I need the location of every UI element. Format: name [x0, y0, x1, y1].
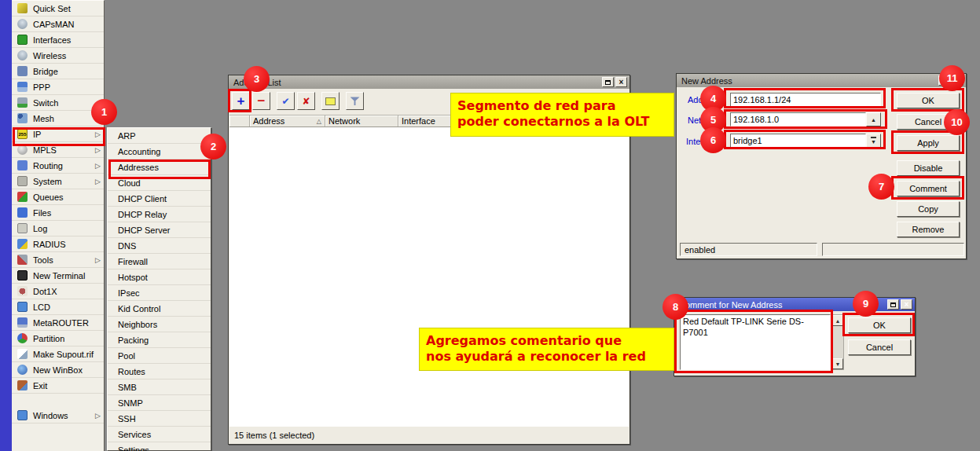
submenu-item-label: Packing [118, 336, 149, 345]
submenu-item-firewall[interactable]: Firewall [108, 254, 211, 270]
submenu-item-dhcp-server[interactable]: DHCP Server [108, 222, 211, 238]
submenu-item-packing[interactable]: Packing [108, 332, 211, 348]
submenu-item-label: DNS [118, 241, 136, 251]
copy-button[interactable]: Copy [897, 201, 960, 217]
ip-icon: 255 [17, 129, 28, 139]
address-list-toolbar: +−✔✘ [232, 92, 366, 111]
submenu-item-ssh[interactable]: SSH [108, 411, 211, 427]
sidebar-item-partition[interactable]: Partition [12, 331, 104, 346]
network-spinner-up[interactable]: ▲ [866, 112, 881, 126]
submenu-item-snmp[interactable]: SNMP [108, 395, 211, 411]
comment-textarea[interactable]: Red Default TP-LINK Serie DS-P7001 [680, 314, 831, 370]
comment-button[interactable] [321, 92, 340, 110]
sidebar-item-routing[interactable]: Routing▷ [12, 158, 104, 174]
submenu-item-pool[interactable]: Pool [108, 348, 211, 364]
remove-button[interactable]: − [252, 92, 270, 110]
sidebar-item-new-terminal[interactable]: New Terminal [12, 268, 104, 284]
sidebar-item-system[interactable]: System▷ [12, 174, 104, 189]
submenu-item-dhcp-relay[interactable]: DHCP Relay [108, 207, 211, 222]
partition-icon [17, 333, 28, 343]
new-address-window: New Address × Address: 192.168.1.1/24 Ne… [676, 73, 967, 259]
sidebar-item-queues[interactable]: Queues [12, 189, 104, 205]
interface-dropdown[interactable]: bridge1 [730, 134, 866, 148]
submenu-item-neighbors[interactable]: Neighbors [108, 317, 211, 332]
disable-button[interactable]: ✘ [297, 92, 315, 110]
address-field[interactable]: 192.168.1.1/24 [730, 93, 881, 107]
maximize-icon[interactable] [938, 75, 950, 86]
comment-scrollbar[interactable]: ▲ ▼ [831, 314, 844, 370]
comment-button[interactable]: Comment [897, 181, 960, 196]
submenu-item-kid-control[interactable]: Kid Control [108, 301, 211, 317]
sidebar-item-mpls[interactable]: MPLS▷ [12, 142, 104, 158]
main-menu: Quick SetCAPsMANInterfacesWirelessBridge… [12, 0, 105, 451]
comment-ok-button[interactable]: OK [848, 317, 911, 333]
submenu-item-addresses[interactable]: Addresses [108, 160, 211, 175]
comment-dialog-titlebar[interactable]: Comment for New Address × [674, 298, 915, 311]
address-list-body[interactable] [229, 127, 629, 427]
new-address-titlebar[interactable]: New Address × [677, 74, 966, 87]
sidebar-item-label: Wireless [33, 51, 66, 60]
mesh-icon [17, 113, 28, 123]
sidebar-item-log[interactable]: Log [12, 221, 104, 236]
apply-button[interactable]: Apply [897, 135, 960, 151]
sidebar-item-files[interactable]: Files [12, 205, 104, 221]
sidebar-item-dot1x[interactable]: Dot1X [12, 284, 104, 299]
submenu-item-accounting[interactable]: Accounting [108, 144, 211, 160]
submenu-item-smb[interactable]: SMB [108, 380, 211, 395]
sidebar-item-interfaces[interactable]: Interfaces [12, 32, 104, 48]
add-button[interactable]: + [232, 92, 250, 110]
sidebar-item-label: RADIUS [33, 240, 66, 249]
remove-button[interactable]: Remove [897, 222, 960, 237]
column-header-label: Address [253, 116, 284, 126]
filter-button[interactable] [346, 92, 364, 110]
close-icon[interactable]: × [952, 75, 963, 86]
submenu-item-ipsec[interactable]: IPsec [108, 285, 211, 301]
sidebar-item-label: New WinBox [33, 365, 83, 375]
column-header-network[interactable]: Network [325, 116, 398, 126]
submenu-item-settings[interactable]: Settings [108, 442, 211, 451]
submenu-item-dns[interactable]: DNS [108, 238, 211, 254]
sidebar-item-ip[interactable]: 255IP▷ [12, 126, 104, 142]
sidebar-item-bridge[interactable]: Bridge [12, 64, 104, 79]
sidebar-item-new-winbox[interactable]: New WinBox [12, 362, 104, 378]
cancel-button[interactable]: Cancel [897, 114, 960, 130]
submenu-item-label: ARP [118, 131, 136, 141]
maximize-icon[interactable] [602, 77, 614, 87]
disable-button[interactable]: Disable [897, 160, 960, 176]
sidebar-item-switch[interactable]: Switch [12, 95, 104, 111]
ok-button[interactable]: OK [897, 93, 960, 108]
comment-cancel-button[interactable]: Cancel [848, 339, 911, 355]
column-header-address[interactable]: Address△ [250, 116, 325, 126]
sidebar-item-tools[interactable]: Tools▷ [12, 252, 104, 268]
maximize-icon[interactable] [887, 299, 899, 310]
submenu-item-arp[interactable]: ARP [108, 128, 211, 144]
enable-button[interactable]: ✔ [277, 92, 295, 110]
scroll-up-icon[interactable]: ▲ [832, 315, 843, 326]
close-icon[interactable]: × [615, 77, 627, 87]
sidebar-item-wireless[interactable]: Wireless [12, 48, 104, 64]
sidebar-item-label: Queues [33, 192, 64, 202]
sidebar-item-windows[interactable]: Windows▷ [12, 408, 104, 424]
scroll-down-icon[interactable]: ▼ [832, 358, 843, 369]
sidebar-item-radius[interactable]: RADIUS [12, 236, 104, 252]
sidebar-item-capsman[interactable]: CAPsMAN [12, 16, 104, 32]
sidebar-item-make-supout-rif[interactable]: Make Supout.rif [12, 346, 104, 362]
submenu-item-dhcp-client[interactable]: DHCP Client [108, 191, 211, 207]
sidebar-item-exit[interactable]: Exit [12, 378, 104, 394]
submenu-item-services[interactable]: Services [108, 427, 211, 442]
submenu-item-hotspot[interactable]: Hotspot [108, 270, 211, 285]
sidebar-item-quick-set[interactable]: Quick Set [12, 1, 104, 16]
sidebar-item-ppp[interactable]: PPP [12, 79, 104, 95]
address-list-titlebar[interactable]: Address List × [229, 75, 629, 89]
submenu-item-routes[interactable]: Routes [108, 364, 211, 380]
sidebar-item-lcd[interactable]: LCD [12, 299, 104, 315]
submenu-item-cloud[interactable]: Cloud [108, 175, 211, 191]
comment-dialog-title: Comment for New Address [679, 300, 782, 310]
column-selector-cell[interactable] [229, 116, 250, 126]
network-field[interactable]: 192.168.1.0 [730, 112, 866, 126]
sidebar-item-mesh[interactable]: Mesh [12, 111, 104, 126]
sidebar-item-label: Interfaces [33, 35, 71, 45]
close-icon[interactable]: × [901, 299, 912, 310]
interface-dropdown-arrow[interactable]: ▼ [866, 134, 881, 148]
sidebar-item-metarouter[interactable]: MetaROUTER [12, 315, 104, 331]
